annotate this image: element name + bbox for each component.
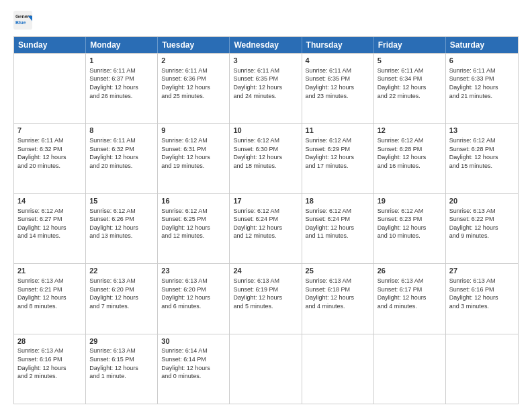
day-cell-13: 13Sunrise: 6:12 AM Sunset: 6:28 PM Dayli… <box>446 124 518 193</box>
day-number: 2 <box>161 56 226 66</box>
day-info: Sunrise: 6:13 AM Sunset: 6:17 PM Dayligh… <box>378 277 442 310</box>
day-info: Sunrise: 6:12 AM Sunset: 6:31 PM Dayligh… <box>161 136 226 170</box>
day-info: Sunrise: 6:13 AM Sunset: 6:20 PM Dayligh… <box>161 277 226 310</box>
calendar-body: 1Sunrise: 6:11 AM Sunset: 6:37 PM Daylig… <box>14 53 518 404</box>
day-number: 8 <box>89 126 154 136</box>
day-cell-4: 4Sunrise: 6:11 AM Sunset: 6:35 PM Daylig… <box>302 54 374 123</box>
day-number: 21 <box>17 266 82 276</box>
day-cell-18: 18Sunrise: 6:12 AM Sunset: 6:24 PM Dayli… <box>302 194 374 263</box>
day-number: 30 <box>161 336 226 347</box>
day-number: 9 <box>161 126 226 136</box>
day-number: 27 <box>449 266 515 276</box>
day-info: Sunrise: 6:11 AM Sunset: 6:34 PM Dayligh… <box>378 66 442 100</box>
day-cell-6: 6Sunrise: 6:11 AM Sunset: 6:33 PM Daylig… <box>446 54 518 123</box>
day-info: Sunrise: 6:13 AM Sunset: 6:19 PM Dayligh… <box>233 277 298 310</box>
day-info: Sunrise: 6:13 AM Sunset: 6:18 PM Dayligh… <box>306 277 370 310</box>
day-cell-21: 21Sunrise: 6:13 AM Sunset: 6:21 PM Dayli… <box>14 264 86 333</box>
day-cell-20: 20Sunrise: 6:13 AM Sunset: 6:22 PM Dayli… <box>446 194 518 263</box>
day-info: Sunrise: 6:12 AM Sunset: 6:23 PM Dayligh… <box>378 207 442 240</box>
calendar-row-2: 14Sunrise: 6:12 AM Sunset: 6:27 PM Dayli… <box>14 193 518 263</box>
day-number: 6 <box>449 56 515 66</box>
calendar: SundayMondayTuesdayWednesdayThursdayFrid… <box>13 36 519 404</box>
header-day-wednesday: Wednesday <box>230 37 302 53</box>
day-cell-7: 7Sunrise: 6:11 AM Sunset: 6:32 PM Daylig… <box>14 124 86 193</box>
day-cell-9: 9Sunrise: 6:12 AM Sunset: 6:31 PM Daylig… <box>158 124 230 193</box>
logo-icon: General Blue <box>13 11 32 30</box>
day-number: 26 <box>378 266 442 276</box>
day-number: 1 <box>89 56 154 66</box>
day-info: Sunrise: 6:11 AM Sunset: 6:32 PM Dayligh… <box>17 136 82 170</box>
calendar-row-4: 28Sunrise: 6:13 AM Sunset: 6:16 PM Dayli… <box>14 334 518 404</box>
day-number: 17 <box>233 196 298 206</box>
calendar-row-0: 1Sunrise: 6:11 AM Sunset: 6:37 PM Daylig… <box>14 53 518 123</box>
day-info: Sunrise: 6:11 AM Sunset: 6:36 PM Dayligh… <box>161 66 226 100</box>
day-info: Sunrise: 6:13 AM Sunset: 6:16 PM Dayligh… <box>449 277 515 310</box>
day-number: 12 <box>378 126 442 136</box>
day-info: Sunrise: 6:12 AM Sunset: 6:30 PM Dayligh… <box>233 136 298 170</box>
day-info: Sunrise: 6:13 AM Sunset: 6:21 PM Dayligh… <box>17 277 82 310</box>
day-cell-11: 11Sunrise: 6:12 AM Sunset: 6:29 PM Dayli… <box>302 124 374 193</box>
empty-cell <box>14 54 86 123</box>
day-cell-17: 17Sunrise: 6:12 AM Sunset: 6:24 PM Dayli… <box>230 194 302 263</box>
day-cell-8: 8Sunrise: 6:11 AM Sunset: 6:32 PM Daylig… <box>86 124 158 193</box>
day-cell-23: 23Sunrise: 6:13 AM Sunset: 6:20 PM Dayli… <box>158 264 230 333</box>
day-number: 14 <box>17 196 82 206</box>
day-number: 3 <box>233 56 298 66</box>
empty-cell <box>446 334 518 404</box>
day-cell-12: 12Sunrise: 6:12 AM Sunset: 6:28 PM Dayli… <box>374 124 446 193</box>
header-day-sunday: Sunday <box>14 37 86 53</box>
day-cell-24: 24Sunrise: 6:13 AM Sunset: 6:19 PM Dayli… <box>230 264 302 333</box>
day-number: 22 <box>89 266 154 276</box>
day-number: 20 <box>449 196 515 206</box>
day-cell-19: 19Sunrise: 6:12 AM Sunset: 6:23 PM Dayli… <box>374 194 446 263</box>
day-cell-15: 15Sunrise: 6:12 AM Sunset: 6:26 PM Dayli… <box>86 194 158 263</box>
day-info: Sunrise: 6:12 AM Sunset: 6:25 PM Dayligh… <box>161 207 226 240</box>
day-number: 5 <box>378 56 442 66</box>
day-cell-14: 14Sunrise: 6:12 AM Sunset: 6:27 PM Dayli… <box>14 194 86 263</box>
day-info: Sunrise: 6:12 AM Sunset: 6:28 PM Dayligh… <box>378 136 442 170</box>
day-info: Sunrise: 6:14 AM Sunset: 6:14 PM Dayligh… <box>161 347 226 380</box>
day-cell-28: 28Sunrise: 6:13 AM Sunset: 6:16 PM Dayli… <box>14 334 86 404</box>
day-cell-2: 2Sunrise: 6:11 AM Sunset: 6:36 PM Daylig… <box>158 54 230 123</box>
day-info: Sunrise: 6:13 AM Sunset: 6:20 PM Dayligh… <box>89 277 154 310</box>
day-cell-27: 27Sunrise: 6:13 AM Sunset: 6:16 PM Dayli… <box>446 264 518 333</box>
day-number: 7 <box>17 126 82 136</box>
day-info: Sunrise: 6:13 AM Sunset: 6:22 PM Dayligh… <box>449 207 515 240</box>
day-number: 29 <box>89 336 154 347</box>
day-info: Sunrise: 6:12 AM Sunset: 6:28 PM Dayligh… <box>449 136 515 170</box>
day-number: 13 <box>449 126 515 136</box>
day-number: 25 <box>306 266 370 276</box>
header-day-tuesday: Tuesday <box>158 37 230 53</box>
day-number: 10 <box>233 126 298 136</box>
day-info: Sunrise: 6:13 AM Sunset: 6:15 PM Dayligh… <box>89 347 154 380</box>
header: General Blue <box>13 11 519 30</box>
day-cell-3: 3Sunrise: 6:11 AM Sunset: 6:35 PM Daylig… <box>230 54 302 123</box>
day-info: Sunrise: 6:11 AM Sunset: 6:35 PM Dayligh… <box>306 66 370 100</box>
day-cell-29: 29Sunrise: 6:13 AM Sunset: 6:15 PM Dayli… <box>86 334 158 404</box>
day-cell-1: 1Sunrise: 6:11 AM Sunset: 6:37 PM Daylig… <box>86 54 158 123</box>
day-info: Sunrise: 6:13 AM Sunset: 6:16 PM Dayligh… <box>17 347 82 380</box>
day-number: 24 <box>233 266 298 276</box>
svg-text:Blue: Blue <box>15 20 26 25</box>
day-number: 23 <box>161 266 226 276</box>
empty-cell <box>374 334 446 404</box>
header-day-thursday: Thursday <box>302 37 374 53</box>
day-cell-16: 16Sunrise: 6:12 AM Sunset: 6:25 PM Dayli… <box>158 194 230 263</box>
calendar-row-1: 7Sunrise: 6:11 AM Sunset: 6:32 PM Daylig… <box>14 123 518 193</box>
day-info: Sunrise: 6:12 AM Sunset: 6:24 PM Dayligh… <box>306 207 370 240</box>
day-number: 16 <box>161 196 226 206</box>
day-info: Sunrise: 6:11 AM Sunset: 6:37 PM Dayligh… <box>89 66 154 100</box>
empty-cell <box>230 334 302 404</box>
day-number: 4 <box>306 56 370 66</box>
header-day-monday: Monday <box>86 37 158 53</box>
day-number: 18 <box>306 196 370 206</box>
day-number: 15 <box>89 196 154 206</box>
empty-cell <box>302 334 374 404</box>
day-info: Sunrise: 6:12 AM Sunset: 6:26 PM Dayligh… <box>89 207 154 240</box>
day-number: 11 <box>306 126 370 136</box>
day-info: Sunrise: 6:11 AM Sunset: 6:33 PM Dayligh… <box>449 66 515 100</box>
day-number: 28 <box>17 336 82 347</box>
calendar-header: SundayMondayTuesdayWednesdayThursdayFrid… <box>14 37 518 53</box>
day-number: 19 <box>378 196 442 206</box>
calendar-row-3: 21Sunrise: 6:13 AM Sunset: 6:21 PM Dayli… <box>14 263 518 333</box>
